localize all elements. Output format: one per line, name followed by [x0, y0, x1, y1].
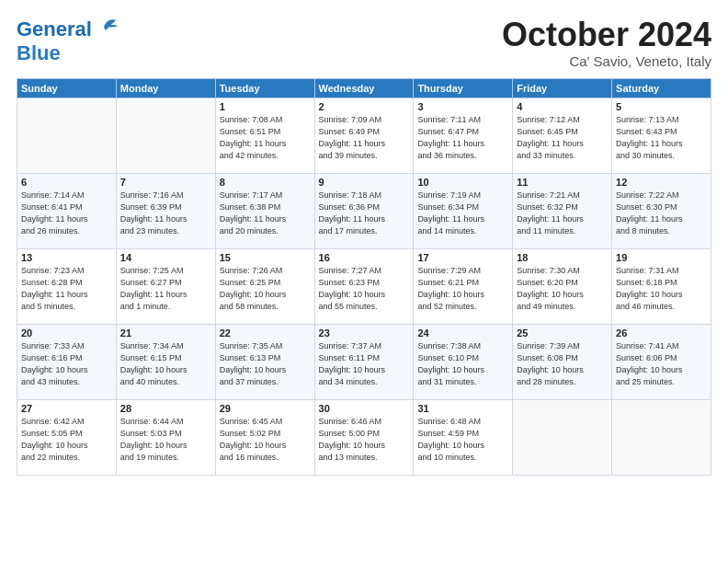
day-info: Sunrise: 7:41 AM Sunset: 6:06 PM Dayligh…	[616, 340, 707, 388]
header: General Blue October 2024 Ca' Savio, Ven…	[17, 17, 711, 69]
day-info: Sunrise: 7:33 AM Sunset: 6:16 PM Dayligh…	[21, 340, 112, 388]
calendar-cell-4: 4Sunrise: 7:12 AM Sunset: 6:45 PM Daylig…	[513, 98, 612, 173]
day-info: Sunrise: 7:26 AM Sunset: 6:25 PM Dayligh…	[220, 265, 311, 313]
calendar-cell-17: 17Sunrise: 7:29 AM Sunset: 6:21 PM Dayli…	[414, 248, 513, 324]
day-number: 7	[120, 177, 211, 188]
day-number: 5	[616, 101, 707, 112]
calendar-cell-22: 22Sunrise: 7:35 AM Sunset: 6:13 PM Dayli…	[215, 324, 314, 399]
calendar-cell-9: 9Sunrise: 7:18 AM Sunset: 6:36 PM Daylig…	[314, 173, 414, 248]
calendar-cell-30: 30Sunrise: 6:46 AM Sunset: 5:00 PM Dayli…	[314, 399, 414, 475]
calendar-cell-19: 19Sunrise: 7:31 AM Sunset: 6:18 PM Dayli…	[612, 248, 711, 324]
day-info: Sunrise: 7:39 AM Sunset: 6:08 PM Dayligh…	[517, 340, 608, 388]
day-info: Sunrise: 6:46 AM Sunset: 5:00 PM Dayligh…	[319, 416, 410, 464]
day-info: Sunrise: 7:30 AM Sunset: 6:20 PM Dayligh…	[517, 265, 608, 313]
calendar-cell-6: 6Sunrise: 7:14 AM Sunset: 6:41 PM Daylig…	[17, 173, 117, 248]
day-number: 11	[517, 177, 608, 188]
day-info: Sunrise: 7:13 AM Sunset: 6:43 PM Dayligh…	[616, 114, 707, 162]
day-info: Sunrise: 7:37 AM Sunset: 6:11 PM Dayligh…	[319, 340, 410, 388]
calendar-cell-7: 7Sunrise: 7:16 AM Sunset: 6:39 PM Daylig…	[116, 173, 215, 248]
day-number: 10	[417, 177, 508, 188]
day-info: Sunrise: 7:25 AM Sunset: 6:27 PM Dayligh…	[120, 265, 211, 313]
day-number: 3	[417, 101, 508, 112]
dow-header-sunday: Sunday	[17, 78, 117, 98]
title-section: October 2024 Ca' Savio, Veneto, Italy	[502, 17, 711, 69]
day-number: 30	[319, 403, 410, 414]
day-info: Sunrise: 7:16 AM Sunset: 6:39 PM Dayligh…	[120, 190, 211, 237]
logo-bird-icon	[94, 17, 119, 42]
day-info: Sunrise: 7:38 AM Sunset: 6:10 PM Dayligh…	[417, 340, 508, 388]
calendar-cell-20: 20Sunrise: 7:33 AM Sunset: 6:16 PM Dayli…	[17, 324, 117, 399]
day-number: 4	[517, 101, 608, 112]
day-info: Sunrise: 7:23 AM Sunset: 6:28 PM Dayligh…	[21, 265, 112, 313]
day-number: 20	[21, 327, 112, 339]
calendar-cell-empty	[116, 98, 215, 173]
dow-header-thursday: Thursday	[414, 78, 513, 98]
calendar-cell-12: 12Sunrise: 7:22 AM Sunset: 6:30 PM Dayli…	[612, 173, 711, 248]
dow-header-wednesday: Wednesday	[314, 78, 414, 98]
day-number: 2	[319, 101, 410, 112]
dow-header-monday: Monday	[116, 78, 215, 98]
day-info: Sunrise: 7:11 AM Sunset: 6:47 PM Dayligh…	[417, 114, 508, 162]
day-info: Sunrise: 7:31 AM Sunset: 6:18 PM Dayligh…	[616, 265, 707, 313]
dow-header-friday: Friday	[513, 78, 612, 98]
calendar-cell-1: 1Sunrise: 7:08 AM Sunset: 6:51 PM Daylig…	[215, 98, 314, 173]
calendar-cell-15: 15Sunrise: 7:26 AM Sunset: 6:25 PM Dayli…	[215, 248, 314, 324]
day-number: 6	[21, 177, 112, 188]
calendar-cell-25: 25Sunrise: 7:39 AM Sunset: 6:08 PM Dayli…	[513, 324, 612, 399]
day-number: 15	[220, 252, 311, 263]
dow-header-saturday: Saturday	[612, 78, 711, 98]
calendar-cell-14: 14Sunrise: 7:25 AM Sunset: 6:27 PM Dayli…	[116, 248, 215, 324]
day-number: 27	[21, 403, 112, 414]
day-number: 16	[319, 252, 410, 263]
calendar-cell-21: 21Sunrise: 7:34 AM Sunset: 6:15 PM Dayli…	[116, 324, 215, 399]
day-info: Sunrise: 6:45 AM Sunset: 5:02 PM Dayligh…	[220, 416, 311, 464]
day-info: Sunrise: 7:09 AM Sunset: 6:49 PM Dayligh…	[319, 114, 410, 162]
dow-header-tuesday: Tuesday	[215, 78, 314, 98]
day-number: 18	[517, 252, 608, 263]
calendar-cell-5: 5Sunrise: 7:13 AM Sunset: 6:43 PM Daylig…	[612, 98, 711, 173]
day-info: Sunrise: 7:12 AM Sunset: 6:45 PM Dayligh…	[517, 114, 608, 162]
day-info: Sunrise: 7:29 AM Sunset: 6:21 PM Dayligh…	[417, 265, 508, 313]
calendar-table: SundayMondayTuesdayWednesdayThursdayFrid…	[17, 78, 711, 476]
day-info: Sunrise: 7:17 AM Sunset: 6:38 PM Dayligh…	[220, 190, 311, 237]
day-info: Sunrise: 7:18 AM Sunset: 6:36 PM Dayligh…	[319, 190, 410, 237]
day-info: Sunrise: 7:14 AM Sunset: 6:41 PM Dayligh…	[21, 190, 112, 237]
day-info: Sunrise: 7:35 AM Sunset: 6:13 PM Dayligh…	[220, 340, 311, 388]
logo-blue-text: Blue	[17, 42, 116, 64]
day-number: 25	[517, 327, 608, 339]
calendar-cell-11: 11Sunrise: 7:21 AM Sunset: 6:32 PM Dayli…	[513, 173, 612, 248]
location: Ca' Savio, Veneto, Italy	[502, 53, 711, 69]
day-info: Sunrise: 6:48 AM Sunset: 4:59 PM Dayligh…	[417, 416, 508, 464]
calendar-cell-2: 2Sunrise: 7:09 AM Sunset: 6:49 PM Daylig…	[314, 98, 414, 173]
day-number: 21	[120, 327, 211, 339]
day-number: 9	[319, 177, 410, 188]
day-number: 12	[616, 177, 707, 188]
day-number: 22	[220, 327, 311, 339]
logo: General Blue	[17, 17, 116, 64]
calendar-cell-empty	[17, 98, 117, 173]
day-number: 19	[616, 252, 707, 263]
calendar-cell-23: 23Sunrise: 7:37 AM Sunset: 6:11 PM Dayli…	[314, 324, 414, 399]
calendar-cell-26: 26Sunrise: 7:41 AM Sunset: 6:06 PM Dayli…	[612, 324, 711, 399]
day-number: 31	[417, 403, 508, 414]
calendar-cell-10: 10Sunrise: 7:19 AM Sunset: 6:34 PM Dayli…	[414, 173, 513, 248]
day-number: 17	[417, 252, 508, 263]
calendar-cell-empty	[513, 399, 612, 475]
day-number: 13	[21, 252, 112, 263]
calendar-cell-13: 13Sunrise: 7:23 AM Sunset: 6:28 PM Dayli…	[17, 248, 117, 324]
calendar-cell-16: 16Sunrise: 7:27 AM Sunset: 6:23 PM Dayli…	[314, 248, 414, 324]
logo-text: General	[17, 18, 92, 40]
calendar-cell-empty	[612, 399, 711, 475]
calendar-cell-29: 29Sunrise: 6:45 AM Sunset: 5:02 PM Dayli…	[215, 399, 314, 475]
calendar-cell-27: 27Sunrise: 6:42 AM Sunset: 5:05 PM Dayli…	[17, 399, 117, 475]
calendar-cell-8: 8Sunrise: 7:17 AM Sunset: 6:38 PM Daylig…	[215, 173, 314, 248]
day-info: Sunrise: 7:22 AM Sunset: 6:30 PM Dayligh…	[616, 190, 707, 237]
day-number: 28	[120, 403, 211, 414]
calendar-cell-28: 28Sunrise: 6:44 AM Sunset: 5:03 PM Dayli…	[116, 399, 215, 475]
day-info: Sunrise: 7:08 AM Sunset: 6:51 PM Dayligh…	[220, 114, 311, 162]
day-number: 24	[417, 327, 508, 339]
day-info: Sunrise: 6:44 AM Sunset: 5:03 PM Dayligh…	[120, 416, 211, 464]
calendar-cell-24: 24Sunrise: 7:38 AM Sunset: 6:10 PM Dayli…	[414, 324, 513, 399]
day-number: 29	[220, 403, 311, 414]
day-info: Sunrise: 6:42 AM Sunset: 5:05 PM Dayligh…	[21, 416, 112, 464]
